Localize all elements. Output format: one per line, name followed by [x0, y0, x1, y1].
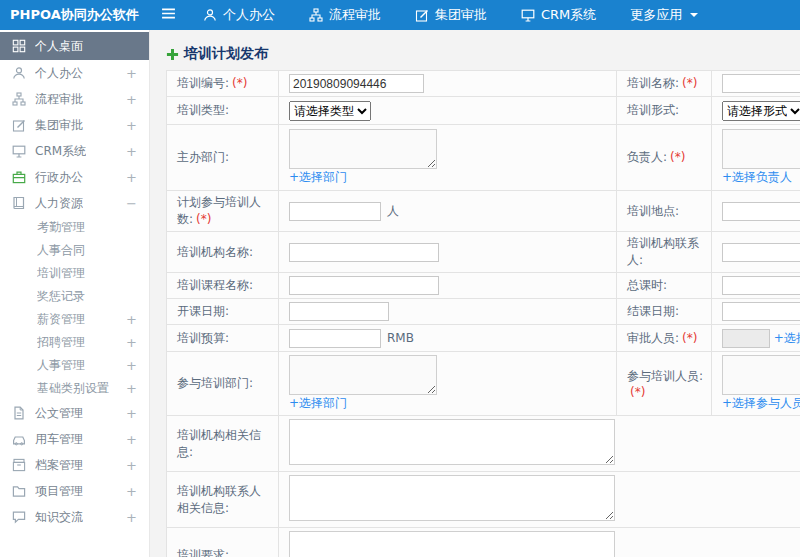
train-no-input[interactable] [289, 74, 424, 93]
required-mark: (*) [682, 76, 697, 90]
select-leader-link[interactable]: +选择负责人 [722, 169, 792, 186]
host-dept-textarea[interactable] [289, 129, 437, 169]
expand-icon[interactable]: + [126, 381, 137, 396]
field-label: 培训机构联系人相关信息: [167, 472, 279, 528]
desktop-grid-icon [12, 39, 26, 53]
nav-personal-office[interactable]: 个人办公 [186, 0, 292, 30]
field-label: 主办部门: [167, 125, 279, 191]
field-label: 培训形式: [617, 97, 712, 125]
expand-icon[interactable]: + [126, 458, 137, 473]
join-dept-textarea[interactable] [289, 355, 437, 395]
sidebar-item-group-approval[interactable]: 集团审批 + [0, 112, 149, 138]
nav-crm-system[interactable]: CRM系统 [504, 0, 613, 30]
course-name-input[interactable] [289, 276, 439, 295]
org-name-input[interactable] [289, 243, 439, 262]
expand-icon[interactable]: + [126, 406, 137, 421]
required-mark: (*) [232, 76, 247, 90]
expand-icon[interactable]: + [126, 144, 137, 159]
end-date-input[interactable] [722, 302, 800, 321]
select-dept-link[interactable]: +选择部门 [289, 169, 347, 186]
expand-icon[interactable]: + [126, 510, 137, 525]
sidebar-item-hr-contract[interactable]: 人事合同 [0, 239, 149, 262]
org-contact-input[interactable] [722, 243, 800, 262]
sidebar-item-personnel[interactable]: 人事管理 + [0, 354, 149, 377]
page-title-text: 培训计划发布 [184, 45, 268, 63]
total-hours-input[interactable] [722, 276, 800, 295]
sidebar-item-document[interactable]: 公文管理 + [0, 400, 149, 426]
sidebar-item-recruit[interactable]: 招聘管理 + [0, 331, 149, 354]
currency-suffix: RMB [387, 331, 414, 345]
sidebar-item-crm-system[interactable]: CRM系统 + [0, 138, 149, 164]
required-mark: (*) [630, 385, 645, 399]
sidebar-item-reward-record[interactable]: 奖惩记录 [0, 285, 149, 308]
sidebar-item-admin-office[interactable]: 行政办公 + [0, 164, 149, 190]
expand-icon[interactable]: + [126, 432, 137, 447]
sidebar-item-vehicle[interactable]: 用车管理 + [0, 426, 149, 452]
top-nav: 个人办公 流程审批 集团审批 CRM系统 更多应用 [186, 0, 715, 30]
sidebar-item-knowledge[interactable]: 知识交流 + [0, 504, 149, 530]
expand-icon[interactable]: + [126, 335, 137, 350]
location-input[interactable] [722, 202, 800, 221]
field-label: 培训机构名称: [167, 232, 279, 273]
approver-input[interactable] [722, 329, 770, 348]
select-join-dept-link[interactable]: +选择部门 [289, 395, 347, 412]
field-label: 培训预算: [167, 325, 279, 352]
expand-icon[interactable]: + [126, 92, 137, 107]
start-date-input[interactable] [289, 302, 389, 321]
sidebar-item-salary[interactable]: 薪资管理 + [0, 308, 149, 331]
collapse-icon[interactable]: − [126, 196, 137, 211]
field-label: 培训机构联系人: [617, 232, 712, 273]
train-mode-select[interactable]: 请选择形式 [722, 101, 800, 121]
flow-icon [309, 8, 323, 22]
sidebar-item-training[interactable]: 培训管理 [0, 262, 149, 285]
field-label: 培训要求: [167, 528, 279, 557]
hamburger-icon [161, 6, 176, 25]
expand-icon[interactable]: + [126, 358, 137, 373]
train-name-input[interactable] [722, 74, 800, 93]
org-info-textarea[interactable] [289, 419, 615, 465]
sidebar-item-base-category[interactable]: 基础类别设置 + [0, 377, 149, 400]
leader-textarea[interactable] [722, 129, 800, 169]
org-contact-info-textarea[interactable] [289, 475, 615, 521]
expand-icon[interactable]: + [126, 312, 137, 327]
sidebar-item-personal-desktop[interactable]: 个人桌面 [0, 32, 149, 60]
field-label: 参与培训人员:(*) [617, 352, 712, 416]
caret-down-icon [690, 13, 698, 21]
sidebar-item-hr[interactable]: 人力资源 − [0, 190, 149, 216]
nav-process-approval[interactable]: 流程审批 [292, 0, 398, 30]
field-label: 总课时: [617, 273, 712, 299]
sidebar-item-personal-office[interactable]: 个人办公 + [0, 60, 149, 86]
budget-input[interactable] [289, 329, 381, 348]
sidebar-item-project[interactable]: 项目管理 + [0, 478, 149, 504]
add-plus-icon [166, 48, 179, 61]
select-approver-link[interactable]: +选择审批 [774, 330, 800, 347]
page-title: 培训计划发布 [166, 44, 800, 64]
expand-icon[interactable]: + [126, 170, 137, 185]
monitor-icon [521, 8, 535, 22]
nav-more-apps[interactable]: 更多应用 [613, 0, 715, 30]
chat-icon [12, 510, 26, 524]
planned-count-input[interactable] [289, 202, 381, 221]
sidebar-item-process-approval[interactable]: 流程审批 + [0, 86, 149, 112]
edit-icon [415, 8, 429, 22]
top-bar: PHPOA协同办公软件 个人办公 流程审批 集团审批 CRM系统 更多应用 [0, 0, 800, 30]
train-type-select[interactable]: 请选择类型 [289, 101, 371, 121]
hamburger-menu-button[interactable] [150, 0, 186, 30]
expand-icon[interactable]: + [126, 66, 137, 81]
edit-icon [12, 118, 26, 132]
expand-icon[interactable]: + [126, 118, 137, 133]
flow-icon [12, 92, 26, 106]
nav-group-approval[interactable]: 集团审批 [398, 0, 504, 30]
expand-icon[interactable]: + [126, 484, 137, 499]
field-label: 培训课程名称: [167, 273, 279, 299]
join-people-textarea[interactable] [722, 355, 800, 395]
main-content: 培训计划发布 培训编号:(*) 培训名称:(*) 培训类型: 请选择类型 培训形… [150, 30, 800, 557]
select-join-people-link[interactable]: +选择参与人员 [722, 395, 800, 412]
requirement-textarea[interactable] [289, 531, 615, 557]
user-icon [203, 8, 217, 22]
sidebar-item-archive[interactable]: 档案管理 + [0, 452, 149, 478]
sidebar-item-attendance[interactable]: 考勤管理 [0, 216, 149, 239]
archive-icon [12, 458, 26, 472]
field-label: 培训机构相关信息: [167, 416, 279, 472]
field-label: 结课日期: [617, 299, 712, 325]
